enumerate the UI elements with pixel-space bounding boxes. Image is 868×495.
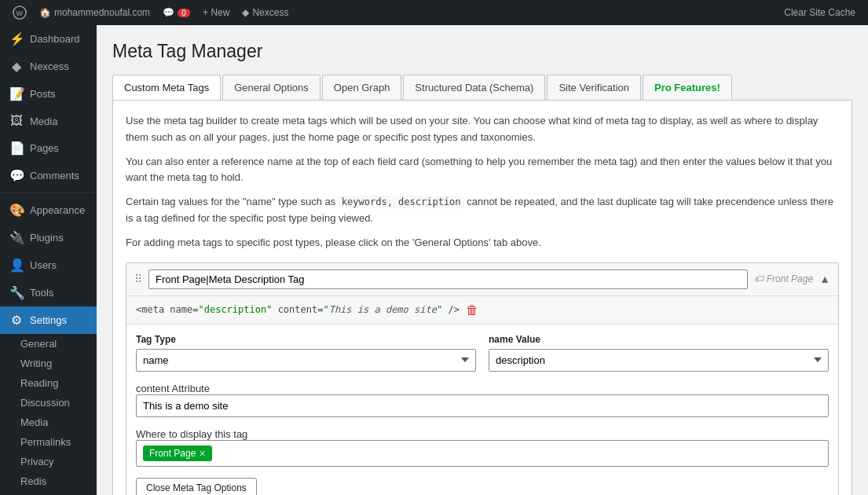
sidebar-label-pages: Pages	[30, 142, 59, 154]
sidebar-divider-1	[0, 192, 97, 193]
drag-handle-icon[interactable]: ⠿	[134, 273, 142, 285]
tools-icon: 🔧	[9, 285, 24, 300]
comments-icon: 💬	[9, 168, 24, 183]
meta-card-header: ⠿ 🏷 Front Page ▲	[126, 263, 838, 296]
main-content: Meta Tag Manager Custom Meta Tags Genera…	[97, 25, 868, 495]
description-line2: You can also enter a reference name at t…	[126, 154, 839, 187]
name-value-select[interactable]: description keywords author robots viewp…	[489, 349, 829, 372]
sidebar-item-appearance[interactable]: 🎨 Appearance	[0, 196, 97, 224]
desc-line3-code: keywords, description	[339, 196, 464, 208]
chip-remove-front-page[interactable]: ×	[199, 447, 205, 460]
sidebar-sub-reading[interactable]: Reading	[0, 373, 97, 393]
sidebar-label-appearance: Appearance	[30, 204, 85, 216]
dashboard-icon: ⚡	[9, 31, 24, 46]
where-display-area[interactable]: Front Page ×	[136, 440, 829, 467]
meta-preview-value: This is a demo site	[329, 304, 437, 315]
sidebar-sub-label-reading: Reading	[20, 377, 58, 389]
nexcess-icon: ◆	[242, 7, 249, 18]
tab-label-open-graph: Open Graph	[334, 82, 390, 94]
media-icon: 🖼	[9, 114, 24, 128]
sidebar-item-media[interactable]: 🖼 Media	[0, 108, 97, 134]
sidebar-sub-discussion[interactable]: Discussion	[0, 393, 97, 412]
content-attribute-label: content Attribute	[136, 383, 210, 394]
comment-count: 0	[178, 9, 190, 17]
sidebar-item-dashboard[interactable]: ⚡ Dashboard	[0, 25, 97, 53]
sidebar-sub-media[interactable]: Media	[0, 412, 97, 432]
plugins-icon: 🔌	[9, 230, 24, 245]
admin-bar: W 🏠 mohammednoufal.com 💬 0 + New ◆ Nexce…	[0, 0, 868, 25]
delete-meta-tag-button[interactable]: 🗑	[466, 302, 478, 317]
sidebar-sub-general[interactable]: General	[0, 334, 97, 354]
description-line3: Certain tag values for the "name" type s…	[126, 194, 839, 227]
admin-bar-comments[interactable]: 💬 0	[156, 0, 196, 25]
tab-pro-features[interactable]: Pro Features!	[643, 75, 732, 100]
tab-label-pro-features: Pro Features!	[654, 82, 720, 94]
ref-name-label: 🏷 Front Page	[754, 273, 813, 284]
sidebar-sub-label-redis: Redis	[20, 475, 46, 487]
meta-preview: <meta name="description" content="This i…	[126, 296, 838, 324]
admin-bar-wp-logo[interactable]: W	[6, 0, 33, 25]
sidebar-sub-privacy[interactable]: Privacy	[0, 452, 97, 471]
meta-preview-open: <meta name="description" content="This i…	[136, 304, 460, 315]
sidebar-label-dashboard: Dashboard	[30, 33, 80, 45]
sidebar-sub-label-writing: Writing	[20, 358, 52, 369]
sidebar-sub-meta-tag-manager[interactable]: Meta Tag Manager	[0, 491, 97, 495]
tab-general-options[interactable]: General Options	[222, 75, 320, 100]
tag-type-select[interactable]: name property http-equiv charset itempro…	[136, 349, 476, 372]
settings-icon: ⚙	[9, 313, 24, 328]
form-group-content: content Attribute	[136, 383, 829, 417]
chip-label-front-page: Front Page	[149, 448, 196, 459]
admin-bar-clear-cache[interactable]: Clear Site Cache	[778, 7, 862, 18]
sidebar-label-users: Users	[30, 259, 57, 271]
sidebar-item-settings[interactable]: ⚙ Settings	[0, 306, 97, 334]
users-icon: 👤	[9, 258, 24, 273]
meta-card: ⠿ 🏷 Front Page ▲ <meta name="description…	[126, 262, 839, 495]
admin-bar-nexcess[interactable]: ◆ Nexcess	[236, 0, 295, 25]
home-icon: 🏠	[39, 7, 51, 18]
tabs: Custom Meta Tags General Options Open Gr…	[112, 75, 852, 101]
tab-structured-data[interactable]: Structured Data (Schema)	[403, 75, 545, 100]
card-title-input[interactable]	[148, 270, 748, 289]
tab-label-general-options: General Options	[234, 82, 309, 94]
admin-bar-site[interactable]: 🏠 mohammednoufal.com	[33, 0, 156, 25]
sidebar-sub-label-media: Media	[20, 416, 48, 428]
sidebar-item-posts[interactable]: 📝 Posts	[0, 80, 97, 108]
sidebar-label-settings: Settings	[30, 314, 67, 326]
tab-label-structured-data: Structured Data (Schema)	[415, 82, 533, 94]
sidebar-sub-redis[interactable]: Redis	[0, 471, 97, 491]
sidebar-sub-label-discussion: Discussion	[20, 397, 70, 409]
sidebar-item-comments[interactable]: 💬 Comments	[0, 162, 97, 189]
sidebar-item-tools[interactable]: 🔧 Tools	[0, 279, 97, 306]
posts-icon: 📝	[9, 86, 24, 101]
sidebar-label-posts: Posts	[30, 88, 56, 100]
sidebar-sub-label-permalinks: Permalinks	[20, 436, 71, 448]
tab-open-graph[interactable]: Open Graph	[322, 75, 402, 100]
sidebar-sub-label-privacy: Privacy	[20, 456, 54, 468]
desc-line3-pre: Certain tag values for the "name" type s…	[126, 196, 335, 207]
close-meta-tag-options-button[interactable]: Close Meta Tag Options	[136, 478, 257, 495]
display-chip-front-page[interactable]: Front Page ×	[143, 446, 212, 461]
ref-name-text: Front Page	[767, 273, 813, 284]
nexcess-label: Nexcess	[252, 7, 288, 18]
content-area: Use the meta tag builder to create meta …	[112, 101, 852, 495]
tab-label-site-verification: Site Verification	[559, 82, 629, 94]
sidebar-item-nexcess[interactable]: ◆ Nexcess	[0, 53, 97, 80]
sidebar-item-plugins[interactable]: 🔌 Plugins	[0, 224, 97, 251]
where-display-label: Where to display this tag	[136, 428, 247, 440]
clear-cache-label: Clear Site Cache	[784, 7, 855, 18]
form-group-name-value: name Value description keywords author r…	[489, 334, 829, 372]
close-meta-tag-options-label: Close Meta Tag Options	[146, 482, 247, 493]
meta-options: Tag Type name property http-equiv charse…	[126, 324, 838, 495]
ref-icon: 🏷	[754, 273, 764, 284]
card-collapse-arrow-icon[interactable]: ▲	[819, 273, 830, 285]
sidebar-item-pages[interactable]: 📄 Pages	[0, 134, 97, 162]
sidebar-item-users[interactable]: 👤 Users	[0, 251, 97, 279]
form-row-tag-type: Tag Type name property http-equiv charse…	[136, 334, 829, 372]
tab-site-verification[interactable]: Site Verification	[547, 75, 641, 100]
sidebar-sub-permalinks[interactable]: Permalinks	[0, 432, 97, 452]
sidebar-sub-writing[interactable]: Writing	[0, 354, 97, 373]
tab-custom-meta-tags[interactable]: Custom Meta Tags	[112, 75, 221, 100]
content-attribute-input[interactable]	[136, 394, 829, 417]
description-line4: For adding meta tags to specific post ty…	[126, 235, 839, 251]
admin-bar-new[interactable]: + New	[196, 0, 236, 25]
